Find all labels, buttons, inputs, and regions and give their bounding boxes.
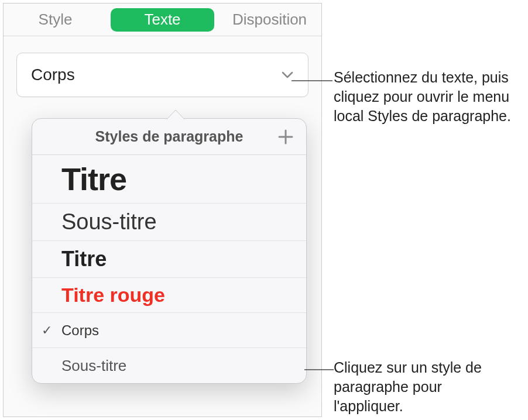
svg-marker-0 xyxy=(167,110,184,119)
style-item-label: Sous-titre xyxy=(61,209,157,235)
format-tabs: Style Texte Disposition xyxy=(4,4,321,36)
paragraph-style-selector[interactable]: Corps xyxy=(16,53,308,97)
callout-open-menu: Sélectionnez du texte, puis cliquez pour… xyxy=(334,68,515,126)
style-item-label: Titre rouge xyxy=(61,284,165,307)
popover-arrow xyxy=(167,110,184,119)
tab-style[interactable]: Style xyxy=(4,4,107,36)
style-item-label: Corps xyxy=(61,322,99,339)
popover-title: Styles de paragraphe xyxy=(95,128,244,145)
style-item-3[interactable]: Titre rouge xyxy=(32,278,306,313)
format-panel: Style Texte Disposition Corps Styles de … xyxy=(3,3,322,417)
style-item-label: Titre xyxy=(61,247,107,271)
style-item-1[interactable]: Sous-titre xyxy=(32,204,306,241)
style-item-2[interactable]: Titre xyxy=(32,241,306,278)
style-item-0[interactable]: Titre xyxy=(32,155,306,204)
tab-disposition[interactable]: Disposition xyxy=(218,4,321,36)
style-item-4[interactable]: ✓Corps xyxy=(32,313,306,348)
style-item-label: Sous-titre xyxy=(61,357,126,375)
paragraph-styles-popover: Styles de paragraphe TitreSous-titreTitr… xyxy=(32,118,307,384)
tab-texte[interactable]: Texte xyxy=(111,8,214,32)
check-icon: ✓ xyxy=(42,323,52,338)
callout-apply-style: Cliquez sur un style de paragraphe pour … xyxy=(334,358,515,416)
style-list: TitreSous-titreTitreTitre rouge✓CorpsSou… xyxy=(32,155,306,383)
popover-header: Styles de paragraphe xyxy=(32,119,306,155)
add-style-button[interactable] xyxy=(276,127,296,147)
style-item-5[interactable]: Sous-titre xyxy=(32,348,306,383)
style-item-label: Titre xyxy=(61,161,126,197)
paragraph-style-current: Corps xyxy=(31,66,75,84)
